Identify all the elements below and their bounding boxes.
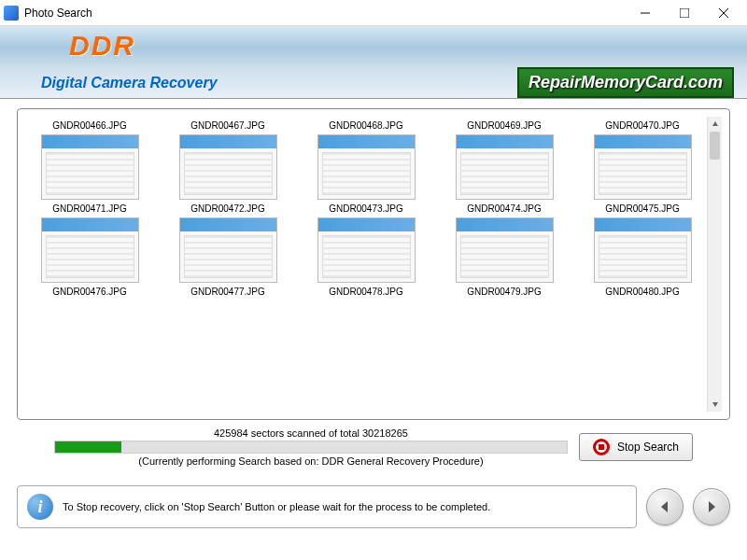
footer: i To Stop recovery, click on 'Stop Searc… xyxy=(0,480,747,534)
thumbnail-image xyxy=(317,217,416,283)
gallery-scrollbar[interactable] xyxy=(707,117,722,412)
gallery-frame: GNDR00466.JPG GNDR00467.JPG GNDR00468.JP… xyxy=(17,108,730,420)
stop-button-label: Stop Search xyxy=(617,441,679,454)
info-text: To Stop recovery, click on 'Stop Search'… xyxy=(63,501,490,512)
thumbnail-item[interactable]: GNDR00472.JPG xyxy=(163,134,292,214)
thumbnail-label: GNDR00478.JPG xyxy=(329,287,402,297)
thumbnail-label: GNDR00480.JPG xyxy=(605,287,679,297)
thumbnail-item[interactable]: GNDR00470.JPG xyxy=(578,117,707,131)
thumbnail-image xyxy=(317,134,416,200)
thumbnail-image xyxy=(456,217,554,283)
thumbnail-item[interactable]: GNDR00476.JPG xyxy=(25,217,154,297)
maximize-button[interactable] xyxy=(665,0,704,26)
app-icon xyxy=(4,6,19,21)
scroll-up-icon[interactable] xyxy=(708,117,722,132)
thumbnail-item[interactable]: GNDR00474.JPG xyxy=(440,134,569,214)
thumbnail-label: GNDR00477.JPG xyxy=(190,287,264,297)
thumbnail-item[interactable]: GNDR00473.JPG xyxy=(302,134,430,214)
thumbnail-label: GNDR00473.JPG xyxy=(329,203,402,214)
minimize-button[interactable] xyxy=(626,0,665,26)
thumbnail-item[interactable]: GNDR00477.JPG xyxy=(163,217,292,297)
progress-label: 425984 sectors scanned of total 30218265 xyxy=(54,427,568,439)
thumbnail-label: GNDR00467.JPG xyxy=(190,120,264,131)
thumbnail-label: GNDR00471.JPG xyxy=(52,203,126,214)
thumbnail-item[interactable]: GNDR00479.JPG xyxy=(440,217,569,297)
back-button[interactable] xyxy=(646,488,684,525)
thumbnail-item[interactable]: GNDR00480.JPG xyxy=(578,217,707,297)
scroll-down-icon[interactable] xyxy=(708,397,722,412)
svg-rect-1 xyxy=(680,8,689,18)
thumbnail-image xyxy=(41,217,139,283)
stop-search-button[interactable]: Stop Search xyxy=(579,433,693,461)
info-icon: i xyxy=(27,494,53,520)
website-banner: RepairMemoryCard.com xyxy=(517,67,734,98)
thumbnail-label: GNDR00470.JPG xyxy=(605,120,679,131)
window-title: Photo Search xyxy=(24,7,626,20)
thumbnail-label: GNDR00479.JPG xyxy=(467,287,541,297)
titlebar: Photo Search xyxy=(0,0,747,26)
stop-icon xyxy=(593,439,610,455)
info-bar: i To Stop recovery, click on 'Stop Searc… xyxy=(17,485,637,528)
thumbnail-label: GNDR00469.JPG xyxy=(467,120,541,131)
header-banner: DDR Digital Camera Recovery RepairMemory… xyxy=(0,26,747,99)
thumbnail-image xyxy=(41,134,139,200)
thumbnail-label: GNDR00474.JPG xyxy=(467,203,541,214)
thumbnail-image xyxy=(179,134,277,200)
close-button[interactable] xyxy=(704,0,743,26)
forward-button[interactable] xyxy=(693,488,730,525)
thumbnail-label: GNDR00475.JPG xyxy=(605,203,679,214)
thumbnail-image xyxy=(456,134,554,200)
thumbnail-label: GNDR00468.JPG xyxy=(329,120,402,131)
thumbnail-item[interactable]: GNDR00468.JPG xyxy=(302,117,430,131)
thumbnail-image xyxy=(594,134,692,200)
thumbnail-image xyxy=(594,217,692,283)
progress-fill xyxy=(55,441,121,453)
thumbnail-item[interactable]: GNDR00475.JPG xyxy=(578,134,707,214)
progress-note: (Currently performing Search based on: D… xyxy=(54,455,568,467)
progress-bar xyxy=(54,441,568,454)
thumbnail-item[interactable]: GNDR00478.JPG xyxy=(302,217,430,297)
thumbnail-image xyxy=(179,217,277,283)
thumbnail-item[interactable]: GNDR00471.JPG xyxy=(25,134,154,214)
thumbnail-item[interactable]: GNDR00469.JPG xyxy=(440,117,569,131)
thumbnail-label: GNDR00472.JPG xyxy=(190,203,264,214)
thumbnail-grid: GNDR00466.JPG GNDR00467.JPG GNDR00468.JP… xyxy=(25,117,707,297)
thumbnail-item[interactable]: GNDR00467.JPG xyxy=(163,117,292,131)
app-subtitle: Digital Camera Recovery xyxy=(41,75,218,91)
scroll-thumb[interactable] xyxy=(710,132,720,160)
logo-text: DDR xyxy=(69,30,135,62)
progress-area: 425984 sectors scanned of total 30218265… xyxy=(17,427,730,467)
thumbnail-label: GNDR00466.JPG xyxy=(52,120,126,131)
thumbnail-label: GNDR00476.JPG xyxy=(52,287,126,297)
thumbnail-item[interactable]: GNDR00466.JPG xyxy=(25,117,154,131)
